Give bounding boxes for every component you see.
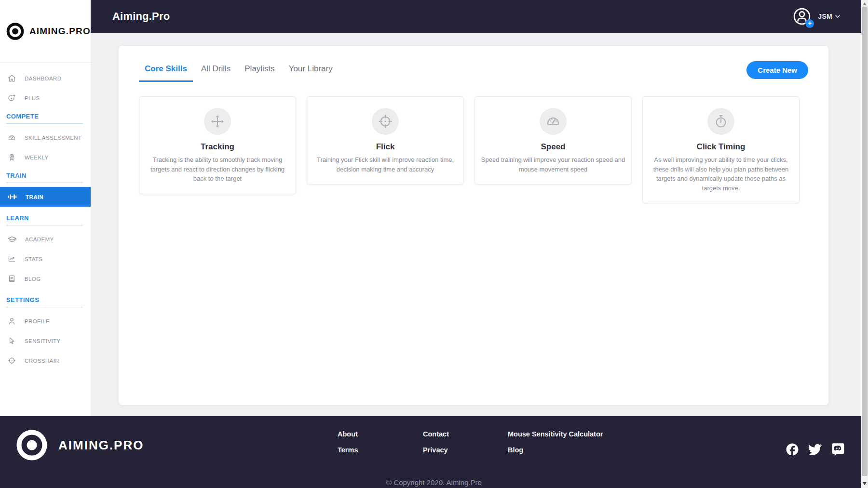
scrollbar-down-arrow[interactable] [863,482,867,485]
chart-icon [7,254,16,264]
sidebar-section-train: TRAIN [6,172,83,183]
move-arrows-icon [210,114,225,129]
sidebar-item-label: CROSSHAIR [25,358,59,364]
sidebar-item-sensitivity[interactable]: SENSITIVITY [0,331,91,351]
card-flick[interactable]: Flick Training your Flick skill will imp… [307,96,464,185]
sidebar-item-label: SKILL ASSESSMENT [25,135,81,141]
tab-your-library[interactable]: Your Library [283,61,339,82]
create-new-button[interactable]: Create New [746,61,808,79]
card-tracking[interactable]: Tracking Tracking is the ability to smoo… [139,96,296,194]
vertical-scrollbar[interactable] [861,0,868,488]
card-icon-circle [372,108,399,135]
card-description: As well improving your ability to time y… [649,155,793,193]
sidebar-section-learn: LEARN [6,214,83,225]
facebook-icon[interactable] [785,442,800,457]
footer-link-column: Contact Privacy [423,430,508,454]
sidebar-item-train[interactable]: TRAIN [0,187,91,207]
card-icon-circle [204,108,231,135]
sidebar-item-label: ACADEMY [25,237,54,242]
cursor-icon [7,336,16,345]
content-panel: Core Skills All Drills Playlists Your Li… [119,46,828,405]
footer: AIMING.PRO About Terms Contact Privacy M… [0,416,868,488]
user-dropdown[interactable]: JSM [818,13,840,20]
crosshair-icon [7,356,16,365]
journal-icon [7,274,16,283]
card-description: Tracking is the ability to smoothly trac… [145,155,290,184]
crosshair-icon [378,114,393,129]
card-click-timing[interactable]: Click Timing As well improving your abil… [642,96,800,203]
card-icon-circle [540,108,567,135]
footer-link-about[interactable]: About [338,430,423,438]
page: AIMING.PRO DASHBOARD PLUS COMPETE [0,0,868,488]
tab-core-skills[interactable]: Core Skills [139,61,193,82]
sidebar-item-weekly[interactable]: WEEKLY [0,147,91,167]
tab-playlists[interactable]: Playlists [239,61,280,82]
card-title: Tracking [145,142,290,152]
card-icon-circle [707,108,734,135]
sidebar-section-settings: SETTINGS [6,296,83,307]
sidebar-item-stats[interactable]: STATS [0,249,91,269]
footer-link-privacy[interactable]: Privacy [423,446,508,454]
main-area: Core Skills All Drills Playlists Your Li… [91,33,861,416]
home-icon [7,74,16,83]
sidebar-item-blog[interactable]: BLOG [0,269,91,289]
sidebar-item-label: SENSITIVITY [25,338,61,344]
card-title: Flick [313,142,458,152]
sidebar-item-plus[interactable]: PLUS [0,88,91,108]
sidebar-item-label: PLUS [25,95,40,101]
sidebar-section-compete: COMPETE [6,113,83,124]
graduation-cap-icon [7,235,17,244]
card-title: Click Timing [649,142,793,152]
discord-icon[interactable] [830,442,846,457]
card-title: Speed [481,142,625,152]
twitter-icon[interactable] [807,442,823,457]
user-icon [7,317,16,326]
card-speed[interactable]: Speed Speed training will improve your r… [475,96,632,185]
sidebar-logo[interactable]: AIMING.PRO [0,0,91,63]
toolbar: Core Skills All Drills Playlists Your Li… [119,46,828,82]
footer-logo[interactable]: AIMING.PRO [16,429,144,461]
footer-link-column: Mouse Sensitivity Calculator Blog [508,430,603,454]
sidebar-item-label: BLOG [25,276,41,282]
tab-bar: Core Skills All Drills Playlists Your Li… [139,61,339,82]
footer-social [785,442,846,457]
card-description: Speed training will improve your reactio… [481,155,625,174]
footer-link-mouse-sensitivity-calculator[interactable]: Mouse Sensitivity Calculator [508,430,603,438]
dumbbell-icon [7,192,17,202]
card-description: Training your Flick skill will improve r… [313,155,458,174]
stopwatch-icon [713,114,729,129]
user-menu: + JSM [792,6,840,26]
medal-icon [7,153,16,162]
footer-link-terms[interactable]: Terms [338,446,423,454]
scrollbar-up-arrow[interactable] [863,2,867,5]
tab-all-drills[interactable]: All Drills [195,61,236,82]
sidebar-item-label: PROFILE [25,318,50,324]
footer-links: About Terms Contact Privacy Mouse Sensit… [338,430,603,454]
sidebar-logo-text: AIMING.PRO [29,26,91,37]
top-header: Aiming.Pro + JSM [91,0,868,33]
sidebar-item-profile[interactable]: PROFILE [0,311,91,331]
bullseye-logo-icon [16,429,48,461]
footer-copyright: © Copyright 2020. Aiming.Pro [0,478,868,487]
bullseye-logo-icon [6,20,24,42]
avatar[interactable]: + [792,6,812,26]
skill-cards: Tracking Tracking is the ability to smoo… [119,82,828,203]
footer-link-contact[interactable]: Contact [423,430,508,438]
footer-link-column: About Terms [338,430,423,454]
sidebar-item-dashboard[interactable]: DASHBOARD [0,68,91,88]
add-account-badge[interactable]: + [805,19,814,28]
sidebar-item-label: STATS [25,256,42,262]
sidebar-item-label: DASHBOARD [25,76,61,81]
footer-logo-text: AIMING.PRO [58,438,144,453]
speedometer-icon [7,133,16,142]
sidebar-nav: DASHBOARD PLUS COMPETE SKILL ASSESSMENT [0,63,91,370]
user-initials: JSM [818,13,832,20]
sidebar-item-crosshair[interactable]: CROSSHAIR [0,351,91,370]
page-title: Aiming.Pro [112,10,170,23]
sidebar-item-skill-assessment[interactable]: SKILL ASSESSMENT [0,128,91,147]
sidebar: AIMING.PRO DASHBOARD PLUS COMPETE [0,0,91,416]
sidebar-item-academy[interactable]: ACADEMY [0,229,91,249]
sidebar-item-label: WEEKLY [25,155,48,160]
scrollbar-thumb[interactable] [862,7,868,476]
footer-link-blog[interactable]: Blog [508,446,603,454]
